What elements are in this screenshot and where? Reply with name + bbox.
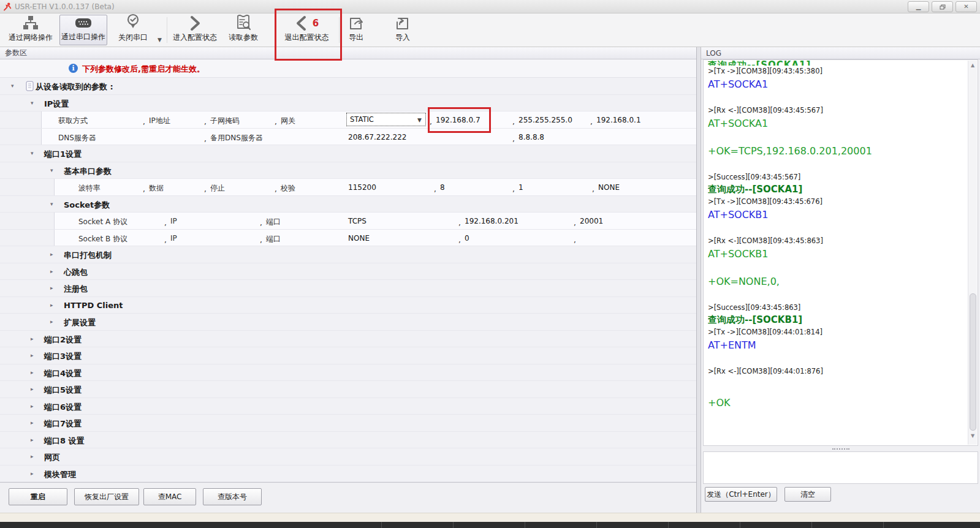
section-module-manage[interactable]: ▸ 模块管理: [0, 466, 696, 483]
field-separator: ,: [260, 219, 262, 227]
log-panel-header: LOG: [701, 47, 980, 59]
section-port8[interactable]: ▸ 端口8 设置: [0, 432, 696, 449]
section-httpd-client[interactable]: ▸ HTTPD Client: [0, 297, 696, 314]
expander-right-icon[interactable]: ▸: [50, 302, 53, 308]
section-webpage[interactable]: ▸ 网页: [0, 448, 696, 466]
section-ip-label: IP设置: [44, 99, 69, 110]
parameter-button-bar: 重启 恢复出厂设置 查MAC 查版本号: [0, 482, 696, 513]
stop-bits-value[interactable]: 1: [518, 183, 523, 192]
expander-down-icon[interactable]: ▾: [31, 100, 34, 106]
expander-right-icon[interactable]: ▸: [31, 352, 34, 358]
minimize-button[interactable]: ▁: [908, 1, 929, 12]
log-line: >[Tx ->][COM38][09:43:45:380]: [708, 66, 967, 77]
send-button[interactable]: 发送（Ctrl+Enter）: [705, 487, 777, 502]
section-label: 端口2设置: [44, 334, 82, 345]
section-serial-basic[interactable]: ▾ 基本串口参数: [0, 162, 696, 179]
clear-button[interactable]: 清空: [784, 487, 831, 502]
section-ip[interactable]: ▾ IP设置: [0, 95, 696, 112]
scroll-down-icon[interactable]: ▼: [968, 433, 977, 439]
log-line: AT+SOCKB1: [708, 247, 967, 262]
log-scrollbar[interactable]: ▲ ▼: [968, 61, 977, 445]
toolbar-import[interactable]: 导入: [387, 15, 418, 45]
dns-value[interactable]: 208.67.222.222: [348, 133, 406, 141]
toolbar-import-label: 导入: [395, 32, 410, 43]
log-line: +OK=NONE,0,: [708, 274, 967, 289]
expander-right-icon[interactable]: ▸: [50, 251, 53, 257]
scroll-up-icon[interactable]: ▲: [968, 62, 977, 68]
expander-right-icon[interactable]: ▸: [31, 403, 34, 409]
toolbar-network-operate[interactable]: 通过网络操作: [2, 15, 59, 45]
log-output[interactable]: 查询成功--[SOCKA1] >[Tx ->][COM38][09:43:45:…: [703, 59, 978, 446]
field-separator: ,: [143, 118, 145, 126]
section-port6[interactable]: ▸ 端口6设置: [0, 398, 696, 415]
expander-down-icon[interactable]: ▾: [11, 83, 14, 89]
tree-root-row[interactable]: ▾ 从设备读取到的参数 :: [0, 78, 696, 95]
query-mac-button[interactable]: 查MAC: [143, 488, 196, 505]
document-search-icon: [235, 13, 252, 32]
expander-down-icon[interactable]: ▾: [50, 167, 53, 173]
log-panel-title: LOG: [706, 49, 721, 58]
section-register[interactable]: ▸ 注册包: [0, 280, 696, 297]
socket-b-protocol-value[interactable]: NONE: [348, 234, 370, 243]
section-port5[interactable]: ▸ 端口5设置: [0, 381, 696, 398]
expander-right-icon[interactable]: ▸: [31, 437, 34, 443]
toolbar-export[interactable]: 导出: [341, 15, 371, 45]
expander-right-icon[interactable]: ▸: [50, 285, 53, 291]
log-line: >[Tx ->][COM38][09:44:01:814]: [708, 326, 967, 338]
dns2-value[interactable]: 8.8.8.8: [518, 133, 544, 141]
expander-right-icon[interactable]: ▸: [31, 369, 34, 375]
data-bits-value[interactable]: 8: [440, 183, 445, 192]
section-heartbeat[interactable]: ▸ 心跳包: [0, 263, 696, 281]
scrollbar-thumb[interactable]: [970, 293, 976, 431]
restart-button[interactable]: 重启: [9, 488, 67, 505]
section-port3[interactable]: ▸ 端口3设置: [0, 347, 696, 364]
field-separator: ,: [512, 185, 515, 194]
section-packing[interactable]: ▸ 串口打包机制: [0, 246, 696, 263]
info-icon: i: [69, 64, 78, 73]
expander-right-icon[interactable]: ▸: [50, 319, 53, 325]
subnet-mask-value[interactable]: 255.255.255.0: [518, 116, 572, 124]
expander-right-icon[interactable]: ▸: [50, 268, 53, 274]
toolbar-read-params[interactable]: 读取参数: [221, 15, 266, 45]
socket-a-ip-value[interactable]: 192.168.0.201: [465, 217, 518, 225]
close-serial-dropdown-caret[interactable]: ▼: [158, 37, 162, 43]
section-extended[interactable]: ▸ 扩展设置: [0, 314, 696, 331]
send-input[interactable]: [704, 452, 978, 483]
toolbar-close-serial[interactable]: 关闭串口: [110, 15, 156, 45]
section-port4[interactable]: ▸ 端口4设置: [0, 364, 696, 382]
close-button[interactable]: ✕: [955, 1, 977, 12]
expander-right-icon[interactable]: ▸: [31, 420, 34, 426]
expander-right-icon[interactable]: ▸: [31, 453, 34, 459]
app-window: USR-ETH V1.0.0.137 (Beta) ▁ ✕: [0, 0, 980, 528]
expander-right-icon[interactable]: ▸: [31, 386, 34, 392]
ip-method-select[interactable]: STATIC ▼: [346, 113, 426, 126]
factory-reset-button[interactable]: 恢复出厂设置: [74, 488, 139, 505]
expander-down-icon[interactable]: ▾: [50, 201, 53, 207]
ip-address-value[interactable]: 192.168.0.7: [436, 116, 481, 124]
field-separator: ,: [590, 118, 593, 126]
gateway-value[interactable]: 192.168.0.1: [596, 116, 641, 124]
section-port7[interactable]: ▸ 端口7设置: [0, 415, 696, 432]
field-separator: ,: [275, 118, 277, 126]
baud-rate-value[interactable]: 115200: [348, 183, 376, 192]
expander-right-icon[interactable]: ▸: [31, 470, 34, 477]
expander-down-icon[interactable]: ▾: [31, 150, 34, 156]
socket-b-ip-value[interactable]: 0: [465, 234, 469, 243]
serial-config-row: 波特率 , 数据 , 停止 , 校验 115200 , 8 , 1 , NONE: [0, 179, 696, 196]
splitter-handle[interactable]: [701, 447, 980, 450]
section-serial-basic-label: 基本串口参数: [64, 166, 112, 177]
section-port2[interactable]: ▸ 端口2设置: [0, 331, 696, 348]
toolbar-exit-config[interactable]: 6 退出配置状态: [277, 15, 336, 45]
socket-a-protocol-value[interactable]: TCPS: [348, 217, 367, 225]
log-line: AT+ENTM: [708, 338, 967, 353]
parity-value[interactable]: NONE: [598, 183, 620, 192]
section-port1[interactable]: ▾ 端口1设置: [0, 145, 696, 162]
toolbar-serial-operate[interactable]: 通过串口操作: [59, 15, 107, 45]
toolbar-enter-config[interactable]: 进入配置状态: [170, 15, 219, 45]
query-version-button[interactable]: 查版本号: [203, 488, 262, 505]
expander-right-icon[interactable]: ▸: [31, 336, 34, 342]
restore-button[interactable]: [932, 1, 953, 12]
socket-a-port-value[interactable]: 20001: [580, 217, 603, 225]
toolbar-exit-config-label: 退出配置状态: [285, 32, 329, 43]
section-socket[interactable]: ▾ Socket参数: [0, 196, 696, 213]
